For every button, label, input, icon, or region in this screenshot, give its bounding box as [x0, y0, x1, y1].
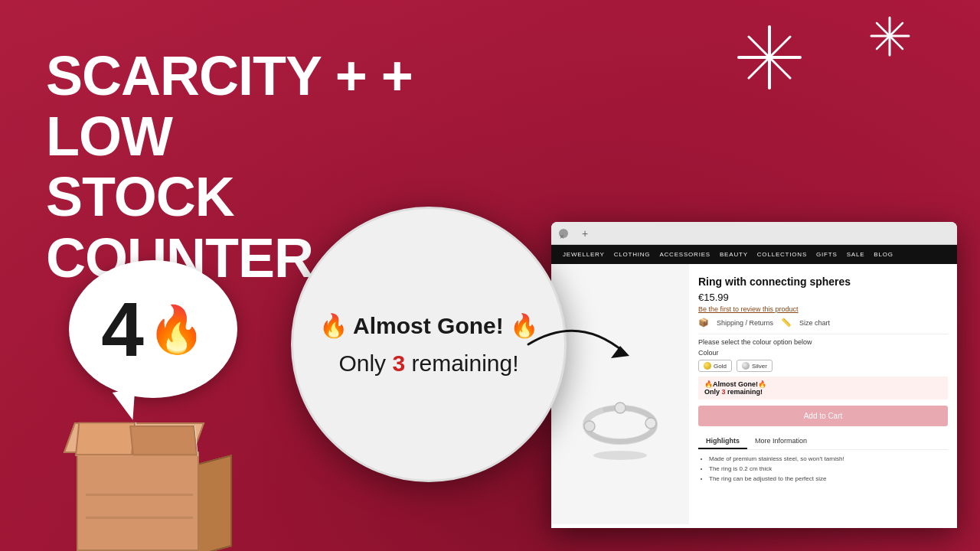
divider: [698, 334, 948, 334]
headline-line1: SCARCITY + + LOW: [46, 46, 467, 167]
colour-label: Colour: [698, 349, 948, 357]
bubble-number: 4: [101, 291, 144, 367]
box-stripe2: [86, 494, 193, 496]
box-side: [198, 455, 232, 551]
nav-sale[interactable]: SALE: [847, 251, 865, 258]
close-icon: ×: [560, 233, 564, 241]
bullet-2: The ring is 0.2 cm thick: [709, 465, 948, 474]
browser-scarcity-prefix: Only: [704, 388, 722, 396]
tabs-row: Highlights More Information: [698, 434, 948, 450]
svg-point-13: [593, 451, 647, 460]
colour-options: Gold Silver: [698, 360, 948, 372]
large-sparkle-icon: [735, 23, 804, 92]
box-front: [77, 452, 199, 551]
gold-option[interactable]: Gold: [698, 360, 732, 372]
size-icon: 📏: [781, 318, 792, 328]
small-sparkle-icon: [869, 15, 911, 57]
browser-chrome: × +: [551, 222, 957, 245]
nav-collections[interactable]: COLLECTIONS: [757, 251, 807, 258]
svg-point-10: [584, 421, 595, 432]
bullet-list: Made of premium stainless steel, so won'…: [698, 455, 948, 484]
colour-section: Please select the colour option below Co…: [698, 338, 948, 372]
silver-option[interactable]: Silver: [737, 360, 773, 372]
browser-content: JEWELLERY CLOTHING ACCESSORIES BEAUTY CO…: [551, 245, 957, 524]
browser-scarcity-line1: 🔥Almost Gone!🔥: [704, 380, 942, 388]
nav-jewellery[interactable]: JEWELLERY: [563, 251, 605, 258]
nav-gifts[interactable]: GIFTS: [816, 251, 838, 258]
bullet-3: The ring can be adjusted to the perfect …: [709, 474, 948, 484]
colour-section-label: Please select the colour option below: [698, 338, 948, 346]
gold-label: Gold: [714, 363, 727, 370]
svg-point-12: [615, 403, 626, 413]
size-chart-label[interactable]: Size chart: [799, 319, 830, 327]
silver-label: Silver: [752, 363, 767, 370]
box-flap-left: [75, 422, 136, 455]
product-title: Ring with connecting spheres: [698, 276, 948, 288]
add-to-cart-button[interactable]: Add to Cart: [698, 406, 948, 426]
shipping-icon: 📦: [698, 318, 709, 328]
product-image-area: [551, 264, 689, 524]
browser-scarcity-badge: 🔥Almost Gone!🔥 Only 3 remaining!: [698, 377, 948, 399]
scarcity-line2: Only 3 remaining!: [338, 350, 518, 377]
silver-dot: [742, 362, 750, 370]
main-content: SCARCITY + + LOW STOCK COUNTER 4 🔥: [0, 0, 980, 551]
shop-nav: JEWELLERY CLOTHING ACCESSORIES BEAUTY CO…: [551, 245, 957, 264]
gold-dot: [704, 362, 711, 370]
nav-beauty[interactable]: BEAUTY: [720, 251, 748, 258]
product-review-link[interactable]: Be the first to review this product: [698, 305, 948, 313]
browser-scarcity-suffix: remaining!: [726, 388, 763, 396]
svg-marker-14: [611, 346, 629, 358]
scarcity-line1: 🔥 Almost Gone! 🔥: [319, 312, 538, 339]
scarcity-suffix: remaining!: [405, 350, 518, 376]
nav-blog[interactable]: BLOG: [874, 251, 893, 258]
box-stripe: [86, 517, 193, 519]
scarcity-number: 3: [392, 350, 405, 376]
nav-accessories[interactable]: ACCESSORIES: [659, 251, 710, 258]
box-flap-right: [129, 425, 198, 455]
scarcity-prefix: Only: [338, 350, 392, 376]
browser-close-button[interactable]: ×: [559, 229, 568, 238]
product-details: Ring with connecting spheres €15.99 Be t…: [689, 264, 957, 524]
shipping-label[interactable]: Shipping / Returns: [717, 319, 773, 327]
plus-icon: +: [582, 227, 588, 240]
product-meta: 📦 Shipping / Returns 📏 Size chart: [698, 318, 948, 328]
product-area: Ring with connecting spheres €15.99 Be t…: [551, 264, 957, 524]
tab-more-info[interactable]: More Information: [747, 434, 815, 449]
speech-bubble: 4 🔥: [69, 260, 237, 398]
bubble-flame: 🔥: [148, 302, 205, 357]
browser-scarcity-line2: Only 3 remaining!: [704, 388, 942, 396]
svg-point-11: [645, 418, 656, 429]
arrow-indicator: [521, 306, 635, 383]
tab-highlights[interactable]: Highlights: [698, 434, 747, 449]
nav-clothing[interactable]: CLOTHING: [614, 251, 651, 258]
bullet-1: Made of premium stainless steel, so won'…: [709, 455, 948, 465]
product-price: €15.99: [698, 292, 948, 303]
